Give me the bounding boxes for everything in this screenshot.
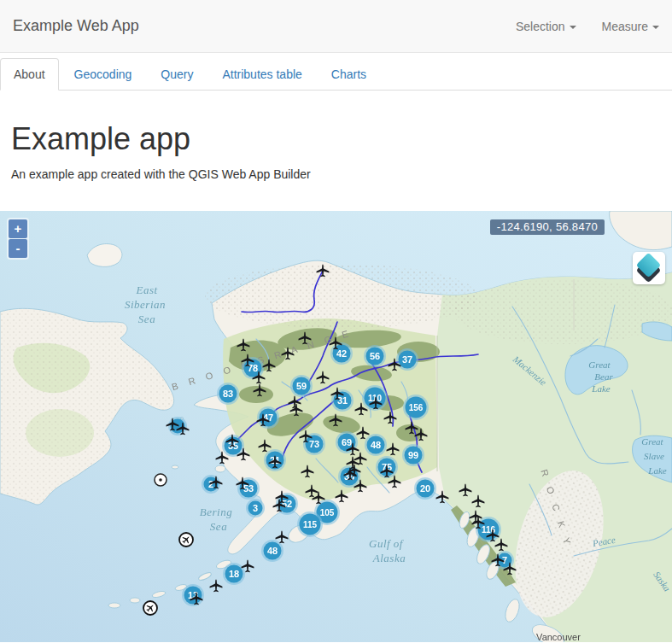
page-subtitle: An example app created with the QGIS Web… [11, 167, 661, 181]
tab-attributes-table[interactable]: Attributes table [208, 58, 315, 91]
svg-text:7: 7 [502, 555, 507, 565]
cluster-marker[interactable]: 83 [217, 383, 239, 405]
airport-icon[interactable] [179, 533, 193, 547]
map-label: Great [641, 436, 663, 447]
map-label: Lake [647, 465, 667, 476]
caret-down-icon [652, 26, 659, 29]
airport-icon[interactable] [143, 601, 157, 615]
caret-down-icon [570, 26, 576, 29]
svg-text:3: 3 [253, 503, 258, 513]
svg-text:48: 48 [267, 546, 278, 556]
svg-text:31: 31 [337, 395, 348, 406]
cluster-marker[interactable]: 3 [246, 499, 265, 517]
selection-menu-label: Selection [516, 20, 565, 33]
map-label: Gulf of [369, 537, 405, 550]
cluster-marker[interactable]: 115 [297, 511, 323, 537]
map-viewport[interactable]: EastSiberianSeaBeringSeaGulf ofAlaskaGre… [0, 211, 672, 642]
svg-text:156: 156 [409, 403, 424, 412]
svg-text:83: 83 [223, 389, 233, 399]
measure-menu-label: Measure [602, 20, 648, 33]
svg-text:115: 115 [303, 520, 318, 529]
map-label: Slave [644, 451, 664, 461]
cluster-marker[interactable]: 47 [257, 406, 279, 429]
svg-text:73: 73 [309, 439, 319, 449]
cluster-marker[interactable]: 18 [223, 563, 245, 585]
cluster-marker[interactable]: 37 [396, 348, 418, 371]
svg-text:52: 52 [282, 499, 292, 509]
mouse-position-display: -124.6190, 56.8470 [490, 219, 605, 235]
selection-menu[interactable]: Selection [516, 20, 576, 33]
zoom-controls: + - [7, 218, 29, 260]
cluster-marker[interactable]: 116 [476, 517, 501, 542]
svg-text:78: 78 [248, 363, 258, 373]
svg-text:59: 59 [296, 381, 307, 391]
cluster-marker[interactable]: 13 [182, 584, 204, 606]
svg-text:105: 105 [320, 508, 335, 517]
tab-about-label[interactable]: About [0, 58, 59, 91]
tab-query-label[interactable]: Query [147, 58, 207, 91]
cluster-marker[interactable]: 48 [365, 434, 387, 456]
page-title: Example app [11, 121, 661, 157]
svg-text:20: 20 [420, 483, 430, 494]
app-title: Example Web App [13, 17, 139, 35]
svg-text:56: 56 [370, 351, 380, 361]
zoom-in-button[interactable]: + [9, 219, 27, 238]
point-marker-icon[interactable] [155, 474, 167, 486]
map-label: Siberian [125, 298, 166, 311]
svg-text:42: 42 [336, 348, 347, 359]
map-label: Sea [210, 520, 227, 533]
cluster-marker[interactable]: 20 [414, 477, 436, 500]
tab-geocoding-label[interactable]: Geocoding [61, 58, 146, 91]
app-header: Example Web App Selection Measure [0, 0, 672, 53]
map-label: Bear [594, 371, 613, 382]
header-menus: Selection Measure [516, 20, 659, 33]
map-label: Bering [200, 506, 232, 518]
tab-geocoding[interactable]: Geocoding [61, 58, 146, 91]
cluster-marker[interactable]: 42 [330, 342, 353, 365]
svg-text:18: 18 [229, 569, 239, 579]
tundra-texture [205, 264, 478, 329]
cluster-marker[interactable]: 35 [338, 465, 360, 488]
cluster-marker[interactable]: 59 [290, 375, 313, 397]
measure-menu[interactable]: Measure [602, 20, 659, 33]
tab-charts-label[interactable]: Charts [318, 58, 380, 91]
cluster-marker[interactable] [168, 417, 187, 435]
svg-text:48: 48 [371, 440, 381, 450]
map-label: Sea [138, 313, 155, 325]
tab-about[interactable]: About [0, 58, 59, 91]
map-label: East [135, 284, 157, 296]
tab-charts[interactable]: Charts [318, 58, 380, 91]
svg-text:116: 116 [482, 525, 496, 535]
cluster-marker[interactable]: 99 [402, 444, 424, 466]
tab-query[interactable]: Query [147, 58, 207, 91]
layer-switcher-button[interactable] [633, 252, 665, 284]
map-label: Vancouver [536, 632, 581, 642]
svg-text:69: 69 [342, 437, 352, 447]
cluster-marker[interactable]: 56 [364, 345, 386, 367]
zoom-out-button[interactable]: - [9, 239, 27, 258]
map-label: Alaska [372, 552, 406, 564]
cluster-marker[interactable]: 110 [362, 385, 388, 411]
tab-attributes-table-label[interactable]: Attributes table [208, 58, 315, 91]
svg-text:99: 99 [408, 450, 418, 460]
svg-text:37: 37 [402, 354, 412, 365]
map-canvas[interactable]: EastSiberianSeaBeringSeaGulf ofAlaskaGre… [0, 211, 672, 642]
map-label: Great [588, 359, 611, 370]
arctic-texture [453, 279, 672, 344]
cluster-marker[interactable]: 2 [202, 475, 220, 494]
tab-bar: About Geocoding Query Attributes table C… [0, 58, 672, 91]
about-panel: Example app An example app created with … [0, 121, 672, 181]
map-label: Lake [591, 383, 611, 394]
cluster-marker[interactable]: 156 [403, 395, 429, 420]
